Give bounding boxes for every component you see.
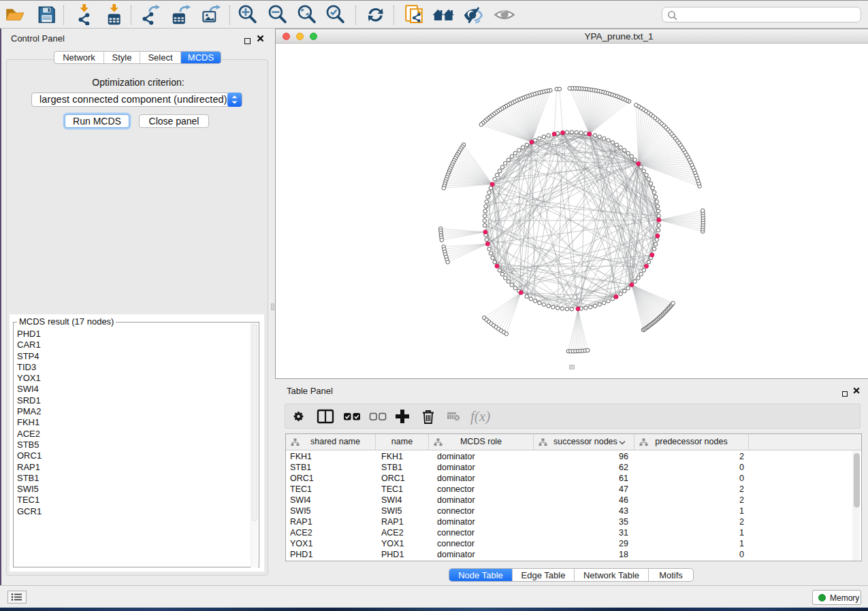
svg-text:f(x): f(x): [470, 408, 490, 425]
